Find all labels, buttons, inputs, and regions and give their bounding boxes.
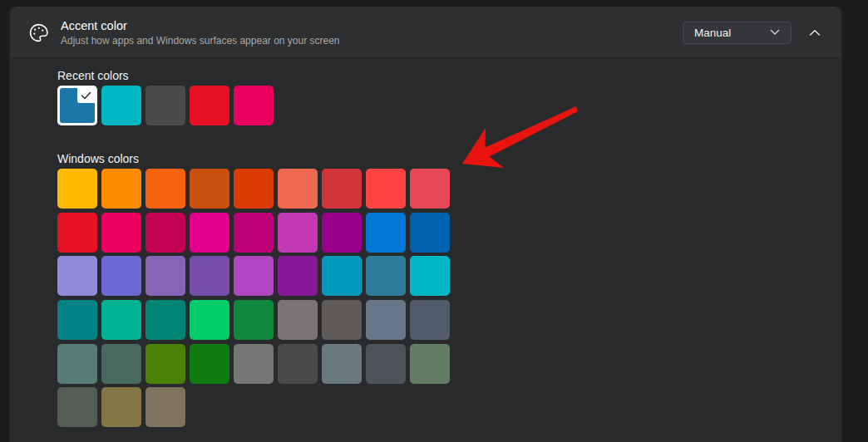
chevron-down-icon: [770, 29, 791, 36]
recent-color-swatch[interactable]: [57, 86, 97, 125]
windows-color-swatch[interactable]: [366, 169, 406, 209]
recent-color-swatch[interactable]: [190, 86, 229, 125]
windows-color-swatch[interactable]: [190, 300, 229, 340]
windows-color-swatch[interactable]: [322, 344, 362, 384]
windows-color-swatch[interactable]: [366, 344, 406, 384]
windows-color-swatch[interactable]: [190, 344, 229, 384]
annotation-arrow: [449, 100, 590, 174]
windows-color-swatch[interactable]: [278, 256, 318, 296]
accent-mode-dropdown-value: Manual: [683, 27, 770, 39]
recent-color-swatch[interactable]: [101, 86, 141, 125]
recent-colors-row: [57, 86, 274, 125]
windows-color-swatch[interactable]: [278, 300, 318, 340]
windows-color-swatch[interactable]: [145, 300, 185, 340]
windows-color-swatch[interactable]: [322, 169, 362, 209]
windows-color-swatch[interactable]: [145, 169, 185, 209]
windows-color-swatch[interactable]: [234, 300, 274, 340]
windows-color-swatch[interactable]: [366, 256, 406, 296]
windows-color-swatch[interactable]: [145, 256, 185, 296]
windows-color-swatch[interactable]: [57, 387, 97, 427]
recent-color-swatch[interactable]: [145, 86, 185, 125]
accent-color-expander-header[interactable]: Accent color Adjust how apps and Windows…: [11, 7, 841, 58]
windows-color-swatch[interactable]: [101, 344, 141, 384]
chevron-up-icon: [809, 27, 821, 39]
windows-color-swatch[interactable]: [57, 300, 97, 340]
windows-color-swatch[interactable]: [101, 300, 141, 340]
windows-colors-grid: [57, 169, 450, 427]
windows-colors-label: Windows colors: [57, 152, 139, 165]
windows-color-swatch[interactable]: [145, 213, 185, 253]
windows-color-swatch[interactable]: [278, 213, 318, 253]
windows-color-swatch[interactable]: [322, 256, 362, 296]
accent-mode-dropdown[interactable]: Manual: [683, 22, 792, 44]
windows-color-swatch[interactable]: [101, 256, 141, 296]
windows-color-swatch[interactable]: [278, 169, 318, 209]
windows-color-swatch[interactable]: [101, 213, 141, 253]
windows-color-swatch[interactable]: [145, 387, 185, 427]
setting-title: Accent color: [61, 19, 340, 32]
palette-icon: [27, 21, 50, 44]
windows-color-swatch[interactable]: [322, 300, 362, 340]
windows-color-swatch[interactable]: [190, 213, 229, 253]
windows-color-swatch[interactable]: [101, 169, 141, 209]
windows-color-swatch[interactable]: [57, 169, 97, 209]
windows-color-swatch[interactable]: [57, 344, 97, 384]
windows-color-swatch[interactable]: [234, 213, 274, 253]
windows-color-swatch[interactable]: [410, 256, 450, 296]
windows-color-swatch[interactable]: [410, 213, 450, 253]
collapse-section-button[interactable]: [801, 20, 828, 45]
windows-color-swatch[interactable]: [145, 344, 185, 384]
recent-colors-label: Recent colors: [57, 69, 129, 82]
windows-color-swatch[interactable]: [234, 256, 274, 296]
windows-color-swatch[interactable]: [190, 256, 229, 296]
accent-color-card: Accent color Adjust how apps and Windows…: [10, 7, 841, 442]
setting-subtitle: Adjust how apps and Windows surfaces app…: [61, 35, 340, 47]
windows-color-swatch[interactable]: [234, 169, 274, 209]
windows-color-swatch[interactable]: [234, 344, 274, 384]
windows-color-swatch[interactable]: [410, 300, 450, 340]
windows-color-swatch[interactable]: [190, 169, 229, 209]
windows-color-swatch[interactable]: [366, 300, 406, 340]
recent-color-swatch[interactable]: [234, 86, 274, 125]
selected-check-icon: [77, 88, 95, 103]
windows-color-swatch[interactable]: [410, 344, 450, 384]
settings-page: Accent color Adjust how apps and Windows…: [0, 0, 868, 442]
windows-color-swatch[interactable]: [57, 256, 97, 296]
accent-color-body: Recent colors Windows colors: [11, 58, 841, 442]
windows-color-swatch[interactable]: [322, 213, 362, 253]
windows-color-swatch[interactable]: [366, 213, 406, 253]
windows-color-swatch[interactable]: [410, 169, 450, 209]
windows-color-swatch[interactable]: [57, 213, 97, 253]
windows-color-swatch[interactable]: [278, 344, 318, 384]
windows-color-swatch[interactable]: [101, 387, 141, 427]
